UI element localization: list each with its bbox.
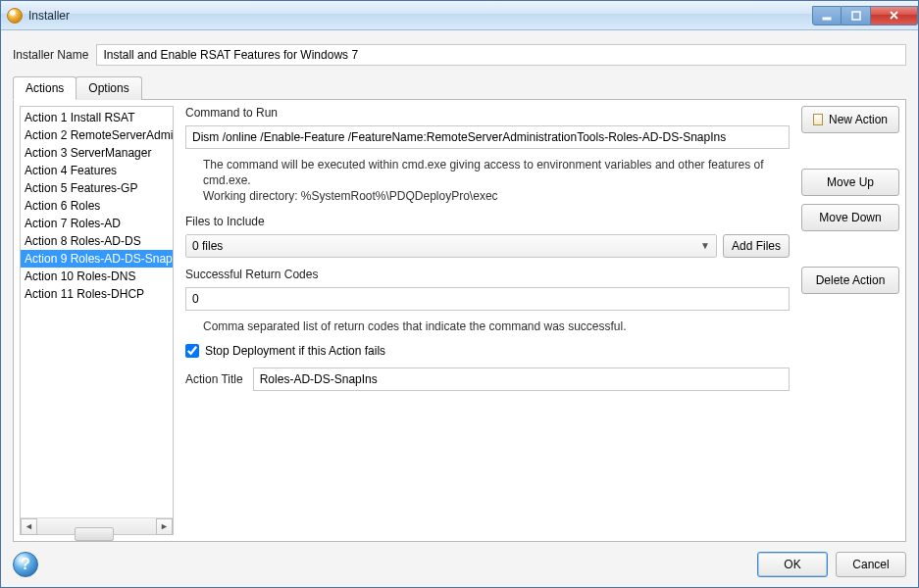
minimize-button[interactable] — [812, 6, 842, 25]
window-buttons — [812, 6, 918, 25]
stop-deploy-row: Stop Deployment if this Action fails — [185, 344, 790, 358]
list-item[interactable]: Action 2 RemoteServerAdministrationTools — [21, 126, 173, 144]
svg-rect-0 — [823, 18, 831, 20]
list-item[interactable]: Action 9 Roles-AD-DS-SnapIns — [21, 250, 173, 268]
return-codes-help: Comma separated list of return codes tha… — [185, 317, 790, 334]
list-item[interactable]: Action 4 Features — [21, 162, 173, 179]
command-help-2: Working directory: %SystemRoot%\PDQDeplo… — [203, 189, 498, 203]
help-button[interactable]: ? — [13, 552, 38, 577]
scroll-left-button[interactable]: ◄ — [21, 518, 37, 535]
move-up-label: Move Up — [827, 175, 874, 189]
list-item[interactable]: Action 8 Roles-AD-DS — [21, 232, 173, 250]
list-item[interactable]: Action 1 Install RSAT — [21, 109, 173, 126]
window-title: Installer — [28, 9, 70, 23]
tab-options[interactable]: Options — [76, 76, 141, 100]
help-icon: ? — [21, 556, 30, 573]
list-item[interactable]: Action 5 Features-GP — [21, 179, 173, 197]
titlebar[interactable]: Installer — [1, 1, 918, 30]
new-action-label: New Action — [829, 113, 888, 126]
ok-label: OK — [784, 558, 800, 571]
delete-action-button[interactable]: Delete Action — [801, 267, 899, 294]
tab-panel-actions: Action 1 Install RSATAction 2 RemoteServ… — [13, 99, 906, 542]
command-help-1: The command will be executed within cmd.… — [203, 158, 764, 187]
files-dropdown-value: 0 files — [192, 239, 223, 253]
new-action-button[interactable]: New Action — [801, 106, 899, 133]
client-area: Installer Name Actions Options Action 1 … — [1, 30, 918, 587]
minimize-icon — [822, 11, 832, 21]
svg-rect-1 — [852, 12, 860, 20]
action-title-row: Action Title — [185, 368, 790, 391]
app-icon — [7, 8, 23, 24]
stop-deploy-label[interactable]: Stop Deployment if this Action fails — [205, 344, 385, 358]
side-buttons: New Action Move Up Move Down Delete Acti… — [801, 106, 899, 535]
footer-buttons: OK Cancel — [757, 552, 906, 577]
installer-name-label: Installer Name — [13, 48, 88, 62]
tab-options-label: Options — [88, 81, 128, 95]
command-input[interactable] — [185, 125, 790, 149]
command-help: The command will be executed within cmd.… — [185, 155, 790, 205]
scroll-right-button[interactable]: ► — [156, 518, 173, 535]
tab-actions-label: Actions — [26, 81, 64, 95]
cancel-button[interactable]: Cancel — [836, 552, 906, 577]
action-form: Command to Run The command will be execu… — [179, 106, 795, 535]
delete-action-label: Delete Action — [816, 273, 886, 287]
action-list[interactable]: Action 1 Install RSATAction 2 RemoteServ… — [21, 107, 173, 517]
list-item[interactable]: Action 10 Roles-DNS — [21, 268, 173, 285]
list-item[interactable]: Action 11 Roles-DHCP — [21, 285, 173, 303]
document-icon — [813, 114, 823, 125]
files-label: Files to Include — [185, 215, 790, 228]
move-down-button[interactable]: Move Down — [801, 204, 899, 231]
action-list-container: Action 1 Install RSATAction 2 RemoteServ… — [20, 106, 174, 535]
cancel-label: Cancel — [852, 558, 889, 571]
return-codes-label: Successful Return Codes — [185, 268, 790, 281]
list-item[interactable]: Action 7 Roles-AD — [21, 215, 173, 232]
add-files-button[interactable]: Add Files — [723, 234, 790, 258]
installer-window: Installer Installer Name Actions Options — [0, 0, 919, 588]
chevron-down-icon: ▼ — [700, 240, 710, 251]
action-title-label: Action Title — [185, 372, 243, 386]
files-dropdown[interactable]: 0 files ▼ — [185, 234, 717, 258]
action-title-input[interactable] — [253, 368, 790, 391]
close-icon — [889, 10, 899, 21]
installer-name-row: Installer Name — [13, 44, 906, 66]
tabs: Actions Options — [13, 75, 906, 99]
close-button[interactable] — [871, 6, 918, 25]
add-files-label: Add Files — [732, 239, 781, 253]
installer-name-input[interactable] — [96, 44, 906, 66]
stop-deploy-checkbox[interactable] — [185, 344, 199, 358]
return-codes-input[interactable] — [185, 287, 790, 311]
footer: ? OK Cancel — [13, 552, 906, 577]
scroll-thumb[interactable] — [75, 527, 114, 541]
maximize-icon — [851, 11, 861, 21]
command-label: Command to Run — [185, 106, 790, 120]
tab-actions[interactable]: Actions — [13, 76, 77, 100]
action-list-scrollbar[interactable]: ◄ ► — [21, 517, 173, 534]
files-row: 0 files ▼ Add Files — [185, 234, 790, 258]
move-down-label: Move Down — [819, 211, 881, 224]
move-up-button[interactable]: Move Up — [801, 169, 899, 196]
list-item[interactable]: Action 6 Roles — [21, 197, 173, 215]
list-item[interactable]: Action 3 ServerManager — [21, 144, 173, 162]
maximize-button[interactable] — [842, 6, 871, 25]
ok-button[interactable]: OK — [757, 552, 828, 577]
